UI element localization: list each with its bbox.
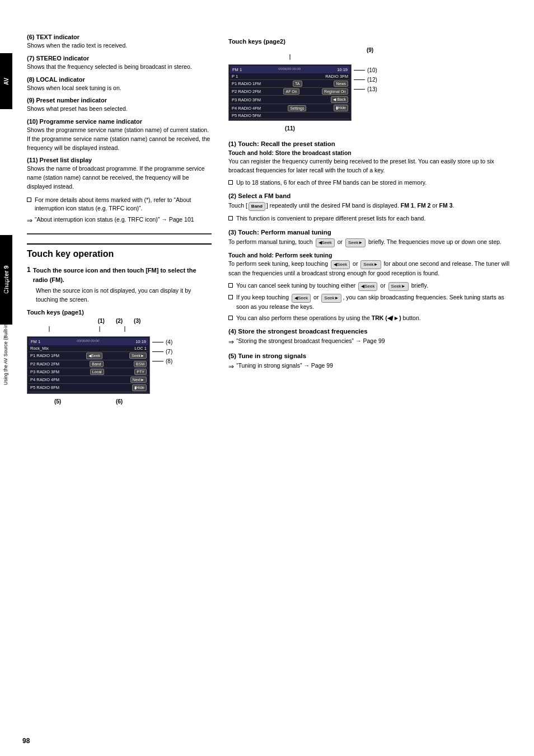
callout-7: (7) <box>152 349 172 355</box>
seek-tuning-title: Touch and hold: Perform seek tuning <box>228 252 512 259</box>
tune-strong-arrow-text: “Tuning in strong signals” → Page 99 <box>236 361 333 370</box>
preset-number-indicator-body: Shows what preset has been selected. <box>27 105 212 114</box>
seek-right-btn: Seek► <box>345 238 366 247</box>
callout-num-12: (12) <box>367 77 377 83</box>
screen2-row2: P2 RADIO 2FM AF On Regional On <box>230 88 350 96</box>
preset-list-display-section: (11) Preset list display Shows the name … <box>27 157 212 191</box>
screen2-wrap: FM 1 00/00/00 00:00 10:19 P 1 RADIO 3FM … <box>228 54 512 132</box>
fm1-label: FM 1 <box>401 202 414 209</box>
screen2-row3: P3 RADIO 3FM ◀ Back <box>230 96 350 104</box>
seek-tuning-body: To perform seek tuning, keep touching ◀S… <box>228 260 512 278</box>
screen2-hide-btn: ▮Hide <box>334 105 348 111</box>
screen2-row2-preset: P2 RADIO 2FM <box>232 89 261 94</box>
screen2-row1-preset: P1 RADIO 1FM <box>232 81 261 86</box>
tune-strong-title: (5) Tune in strong signals <box>228 353 512 359</box>
left-column: (6) TEXT indicator Shows when the radio … <box>27 34 217 734</box>
left-sidebar: AV Chapter 9 Using the AV Source (Built-… <box>0 0 16 756</box>
screen1-row4-preset: P4 RADIO 4FM <box>30 377 59 382</box>
screen1-row5: P5 RADIO 8FM ▮Hide <box>29 384 148 392</box>
screen2-back-btn: ◀ Back <box>331 96 348 103</box>
callout-num-13: (13) <box>367 86 377 92</box>
seek-tuning-section: Touch and hold: Perform seek tuning To p… <box>228 252 512 322</box>
callout-10: (10) <box>354 67 377 73</box>
note-arrow-text: “About interruption icon status (e.g. TR… <box>35 215 194 224</box>
screen1-seek-right: Seek► <box>129 353 147 359</box>
screen2-mockup: FM 1 00/00/00 00:00 10:19 P 1 RADIO 3FM … <box>228 64 352 121</box>
screen1-row1: P1 RADIO 1FM ◀Seek Seek► <box>29 352 148 360</box>
step1-subtext: When the source icon is not displayed, y… <box>36 287 212 304</box>
bullet-square-seek3 <box>228 316 233 320</box>
screen2-row5: P5 RADIO 5FM <box>230 112 350 119</box>
note-arrow: ⇒ “About interruption icon status (e.g. … <box>27 215 212 226</box>
select-fm-band-body: Touch [Band] repeatedly until the desire… <box>228 201 512 211</box>
screen1-wrap: FM 1 00/00/00 00:00 10:19 Rock_Mix LOC 1… <box>27 326 212 405</box>
bullet-square-seek1 <box>228 283 233 288</box>
diagram2-top-label: (9) <box>228 47 512 53</box>
note-bullet-text: For more details about items marked with… <box>35 196 212 214</box>
diagram1-top-arrows <box>27 326 150 332</box>
touch-key-operation-heading: Touch key operation <box>27 243 212 259</box>
text-indicator-body: Shows when the radio text is received. <box>27 41 212 50</box>
page-container: AV Chapter 9 Using the AV Source (Built-… <box>0 0 534 756</box>
programme-indicator-body: Shows the programme service name (statio… <box>27 126 212 152</box>
programme-indicator-title: (10) Programme service name indicator <box>27 118 212 125</box>
tune-strong-arrow: ⇒ “Tuning in strong signals” → Page 99 <box>228 361 512 372</box>
using-av-label: Using the AV Source (Built-in DVD Drive … <box>0 252 12 408</box>
seek-left-btn: ◀Seek <box>316 238 335 247</box>
stereo-indicator-body: Shows that the frequency selected is bei… <box>27 63 212 72</box>
screen1-header-left: FM 1 <box>31 339 40 344</box>
screen1-mockup: FM 1 00/00/00 00:00 10:19 Rock_Mix LOC 1… <box>27 336 150 394</box>
callout-num-8: (8) <box>166 358 172 364</box>
diagram1-bottom-labels: (5) (6) <box>27 398 150 405</box>
seek-left-keep: ◀Seek <box>292 294 311 303</box>
select-fm-band-bullet: This function is convenient to prepare d… <box>228 214 512 223</box>
diagram2-callouts: (10) (12) (13) <box>354 54 377 94</box>
callout-dash-7 <box>152 351 163 352</box>
band-button-inline: Band <box>249 202 265 211</box>
text-indicator-title: (6) TEXT indicator <box>27 34 212 40</box>
screen2-radio3fm: RADIO 3FM <box>325 74 348 79</box>
screen2-header-right: 10:19 <box>337 67 348 72</box>
screen1-row1-preset: P1 RADIO 1FM <box>30 353 59 358</box>
store-strongest-arrow-text: “Storing the strongest broadcast frequen… <box>236 337 385 346</box>
callout-dash-8 <box>152 361 163 361</box>
page-number: 98 <box>22 737 30 745</box>
screen1-row2: P2 RADIO 2FM Band BSM <box>29 360 148 368</box>
manual-tuning-section: (3) Touch: Perform manual tuning To perf… <box>228 229 512 247</box>
local-indicator-title: (8) LOCAL indicator <box>27 76 212 83</box>
diagram1-label-1: (1) <box>98 318 105 324</box>
recall-preset-section: (1) Touch: Recall the preset station Tou… <box>228 140 512 187</box>
screen2-news-btn: News <box>334 81 348 87</box>
screen2-row5-preset: P5 RADIO 5FM <box>232 113 261 118</box>
seek-bullet-3-text: You can also perform these operations by… <box>236 314 421 323</box>
callout-4: (4) <box>152 339 172 345</box>
diagram2-top-arrow <box>228 54 352 60</box>
bullet-square-stations <box>228 180 233 185</box>
bullet-square-seek2 <box>228 295 233 299</box>
screen2-p1: P 1 <box>232 74 238 79</box>
screen2-container: FM 1 00/00/00 00:00 10:19 P 1 RADIO 3FM … <box>228 54 352 132</box>
screen1-row5-preset: P5 RADIO 8FM <box>30 385 59 390</box>
av-label: AV <box>0 53 12 109</box>
seek-bullet-2-text: If you keep touching ◀Seek or Seek►, you… <box>236 293 512 312</box>
touch-keys-page2-diagram: Touch keys (page2) (9) FM 1 00/00/00 00:… <box>228 38 512 132</box>
seek-left-btn2: ◀Seek <box>331 260 350 269</box>
bullet-square-icon <box>27 198 31 202</box>
diagram1-label-2: (2) <box>116 318 123 324</box>
preset-number-indicator-title: (9) Preset number indicator <box>27 97 212 104</box>
seek-right-keep: Seek► <box>321 294 341 303</box>
diagram1-title: Touch keys (page1) <box>27 309 212 316</box>
screen1-next-btn: Next► <box>130 377 147 383</box>
step1-section: 1 Touch the source icon and then touch [… <box>27 266 212 304</box>
screen1-band-btn: Band <box>90 361 103 367</box>
screen1-row3-preset: P3 RADIO 3FM <box>30 369 59 374</box>
callout-dash-13 <box>354 89 365 90</box>
screen2-regionalon-btn: Regional On <box>322 88 348 95</box>
diagram1-label-row: (1) (2) (3) <box>27 318 212 324</box>
callout-dash-4 <box>152 342 163 342</box>
screen2-header: FM 1 00/00/00 00:00 10:19 <box>230 66 350 73</box>
seek-bullet-3: You can also perform these operations by… <box>228 314 512 323</box>
diagram1-callouts: (4) (7) (8) <box>152 326 172 366</box>
screen2-row4-preset: P4 RADIO 4FM <box>232 106 261 111</box>
screen1-header: FM 1 00/00/00 00:00 10:19 <box>29 338 148 345</box>
